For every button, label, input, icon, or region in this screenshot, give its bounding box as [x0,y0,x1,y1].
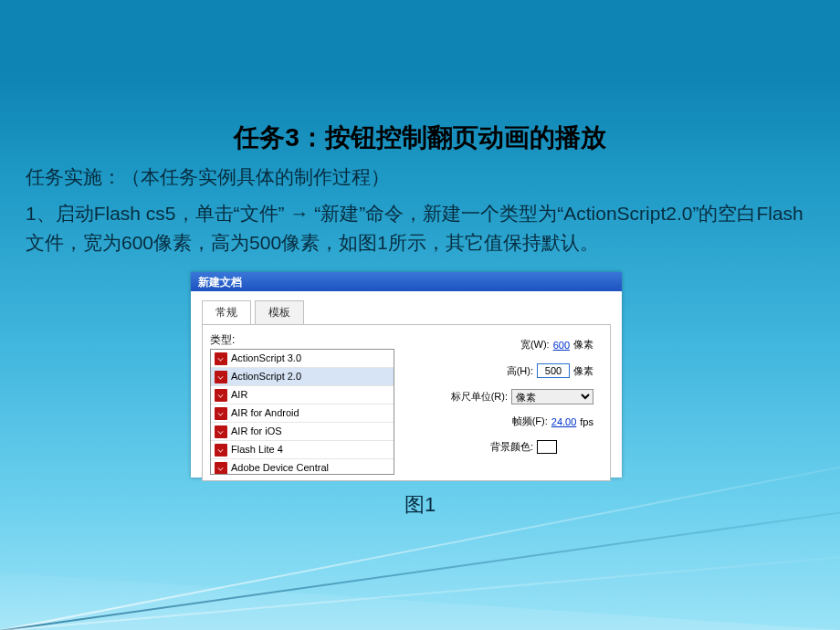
ruler-select[interactable]: 像素 [511,389,593,404]
bg-row: 背景颜色: [467,440,557,454]
list-item[interactable]: AIR for Android [211,404,394,423]
fps-value[interactable]: 24.00 [551,416,577,427]
list-item-label: ActionScript 2.0 [231,368,301,385]
bg-label: 背景颜色: [467,440,533,454]
list-item-label: Flash Lite 4 [231,441,283,458]
tab-row: 常规 模板 [191,291,622,324]
arrow-icon: → [289,203,309,224]
body-p1a: 1、启动Flash cs5，单击“文件” [26,203,285,224]
list-item[interactable]: ActionScript 3.0 [211,350,394,368]
dialog-panel: 类型: ActionScript 3.0 ActionScript 2.0 AI… [202,324,611,481]
width-value[interactable]: 600 [553,340,570,351]
height-unit: 像素 [573,364,593,378]
list-item-label: AIR for iOS [231,423,282,440]
height-input[interactable] [537,363,570,378]
ruler-label: 标尺单位(R): [442,390,508,404]
height-label: 高(H): [467,364,533,378]
fps-unit: fps [580,416,593,427]
slide-title: 任务3：按钮控制翻页动画的播放 [0,121,840,155]
flash-file-icon [215,352,227,365]
list-item[interactable]: AIR for iOS [211,423,394,441]
list-item-label: AIR for Android [231,404,299,422]
fps-label: 帧频(F): [482,415,548,428]
flash-file-icon [215,425,227,438]
bg-swatch[interactable] [537,440,557,454]
width-unit: 像素 [573,338,593,352]
list-item[interactable]: AIR [211,386,394,404]
list-item-label: Adobe Device Central [231,459,329,475]
flash-file-icon [215,407,227,420]
ruler-row: 标尺单位(R): 像素 [442,389,593,404]
flash-file-icon [215,462,227,475]
type-list[interactable]: ActionScript 3.0 ActionScript 2.0 AIR AI… [210,349,394,475]
flash-file-icon [215,371,227,383]
flash-file-icon [215,389,227,402]
slide-root: 任务3：按钮控制翻页动画的播放 任务实施：（本任务实例具体的制作过程） 1、启动… [0,0,840,630]
type-label: 类型: [210,332,235,348]
height-row: 高(H): 像素 [467,363,593,378]
width-row: 宽(W): 600 像素 [484,338,593,352]
body-text: 1、启动Flash cs5，单击“文件” → “新建”命令，新建一个类型为“Ac… [26,199,820,257]
dialog-titlebar: 新建文档 [191,272,622,291]
figure-caption: 图1 [0,491,840,519]
subtitle: 任务实施：（本任务实例具体的制作过程） [26,164,390,190]
list-item[interactable]: ActionScript 2.0 [211,368,394,386]
tab-template[interactable]: 模板 [255,300,304,324]
width-label: 宽(W): [484,338,550,352]
list-item[interactable]: Adobe Device Central [211,459,394,475]
list-item-label: AIR [231,386,247,404]
tab-general[interactable]: 常规 [202,300,251,324]
list-item-label: ActionScript 3.0 [231,350,301,367]
new-document-dialog: 新建文档 常规 模板 类型: ActionScript 3.0 ActionSc… [191,272,622,478]
flash-file-icon [215,444,227,457]
fps-row: 帧频(F): 24.00 fps [482,415,593,428]
list-item[interactable]: Flash Lite 4 [211,441,394,459]
